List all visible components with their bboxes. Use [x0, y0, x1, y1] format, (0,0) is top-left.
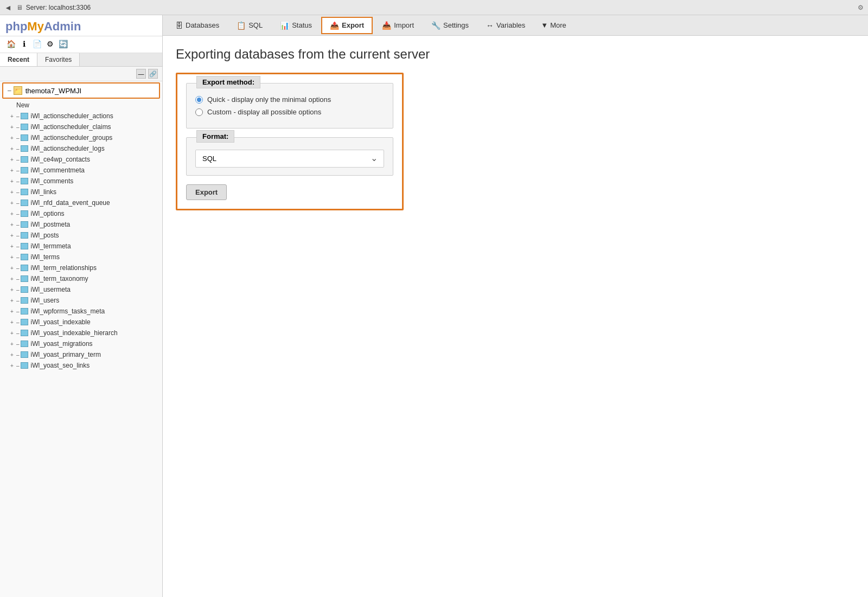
table-item[interactable]: + – iWl_actionscheduler_logs	[0, 143, 162, 154]
docs-icon[interactable]: 📄	[31, 38, 42, 49]
logo-admin: Admin	[44, 20, 81, 33]
expand-icon: +	[9, 113, 15, 119]
tree-dash: –	[16, 157, 20, 163]
home-icon[interactable]: 🏠	[5, 38, 16, 49]
db-folder-icon: 📁	[14, 86, 22, 95]
tab-import[interactable]: 📥 Import	[374, 17, 422, 34]
table-item[interactable]: + – iWl_usermeta	[0, 284, 162, 295]
table-icon	[21, 243, 28, 249]
table-icon	[21, 200, 28, 206]
db-item-themota7[interactable]: – 📁 themota7_WPMJI	[2, 82, 160, 99]
table-name: iWl_actionscheduler_claims	[31, 123, 111, 131]
new-label: New	[16, 101, 29, 109]
tab-export[interactable]: 📤 Export	[321, 17, 373, 34]
expand-icon: +	[9, 319, 15, 325]
table-item[interactable]: + – iWl_yoast_primary_term	[0, 349, 162, 360]
table-item[interactable]: + – iWl_yoast_seo_links	[0, 360, 162, 371]
expand-icon: +	[9, 330, 15, 336]
table-item[interactable]: + – iWl_users	[0, 295, 162, 306]
tree-dash: –	[16, 243, 20, 249]
tab-sql[interactable]: 📋 SQL	[228, 17, 271, 34]
table-icon	[21, 189, 28, 195]
tree-dash: –	[16, 222, 20, 228]
tree-dash: –	[16, 254, 20, 260]
logo-icons-bar: 🏠 ℹ 📄 ⚙ 🔄	[0, 36, 162, 53]
link-button[interactable]: 🔗	[148, 69, 158, 79]
logo-my: My	[27, 20, 44, 33]
expand-icon: +	[9, 210, 15, 217]
table-item[interactable]: + – iWl_actionscheduler_groups	[0, 132, 162, 143]
settings-icon[interactable]: ⚙	[858, 4, 864, 11]
export-button[interactable]: Export	[186, 184, 227, 200]
table-item[interactable]: + – iWl_actionscheduler_actions	[0, 111, 162, 121]
table-icon	[21, 308, 28, 314]
quick-option[interactable]: Quick - display only the minimal options	[195, 95, 384, 104]
refresh-icon[interactable]: 🔄	[58, 38, 68, 49]
table-item[interactable]: + – iWl_links	[0, 187, 162, 197]
main-layout: phpMyAdmin 🏠 ℹ 📄 ⚙ 🔄 Recent Favorites — …	[0, 15, 868, 597]
export-method-legend: Export method:	[196, 76, 260, 88]
tab-variables[interactable]: ↔ Variables	[478, 17, 533, 34]
custom-option[interactable]: Custom - display all possible options	[195, 108, 384, 116]
table-item[interactable]: + – iWl_yoast_indexable_hierarch	[0, 328, 162, 338]
table-item[interactable]: + – iWl_options	[0, 208, 162, 219]
table-name: iWl_commentmeta	[31, 166, 85, 174]
variables-tab-label: Variables	[496, 21, 525, 29]
tree-dash: –	[16, 178, 20, 184]
tab-databases[interactable]: 🗄 Databases	[167, 17, 227, 34]
table-item[interactable]: + – iWl_posts	[0, 230, 162, 241]
table-icon	[21, 221, 28, 228]
table-item[interactable]: + – iWl_terms	[0, 252, 162, 262]
tab-more[interactable]: ▼ More	[534, 18, 573, 33]
expand-icon: +	[9, 351, 15, 358]
table-icon	[21, 134, 28, 141]
table-icon	[21, 275, 28, 282]
quick-radio[interactable]	[195, 96, 203, 104]
table-icon	[21, 156, 28, 163]
table-item[interactable]: + – iWl_yoast_migrations	[0, 338, 162, 349]
table-item[interactable]: + – iWl_termmeta	[0, 241, 162, 252]
table-name: iWl_term_relationships	[31, 264, 97, 272]
table-name: iWl_actionscheduler_groups	[31, 134, 113, 142]
table-name: iWl_posts	[31, 232, 59, 239]
table-item[interactable]: + – iWl_yoast_indexable	[0, 317, 162, 328]
table-item[interactable]: + – iWl_actionscheduler_claims	[0, 121, 162, 132]
nav-tabs: 🗄 Databases 📋 SQL 📊 Status 📤 Export 📥 Im…	[163, 15, 868, 36]
tree-dash: –	[16, 168, 20, 174]
table-name: iWl_yoast_indexable_hierarch	[31, 329, 118, 337]
table-item[interactable]: + – iWl_term_relationships	[0, 262, 162, 273]
table-item[interactable]: + – iWl_comments	[0, 176, 162, 187]
tab-status[interactable]: 📊 Status	[272, 17, 320, 34]
format-select[interactable]: SQL CSV Excel JSON XML	[195, 150, 384, 168]
export-method-body: Quick - display only the minimal options…	[187, 89, 393, 128]
table-item[interactable]: + – iWl_postmeta	[0, 219, 162, 230]
custom-radio[interactable]	[195, 108, 203, 116]
info-icon[interactable]: ℹ	[18, 38, 29, 49]
table-icon	[21, 113, 28, 119]
collapse-button[interactable]: —	[136, 69, 146, 79]
config-icon[interactable]: ⚙	[44, 38, 55, 49]
table-icon	[21, 124, 28, 130]
table-item[interactable]: + – iWl_wpforms_tasks_meta	[0, 306, 162, 317]
db-name-label: themota7_WPMJI	[25, 87, 81, 95]
new-item[interactable]: New	[0, 100, 162, 111]
table-name: iWl_yoast_primary_term	[31, 351, 101, 358]
table-item[interactable]: + – iWl_commentmeta	[0, 165, 162, 176]
table-name: iWl_wpforms_tasks_meta	[31, 307, 105, 315]
favorites-tab[interactable]: Favorites	[37, 53, 80, 66]
expand-icon: +	[9, 167, 15, 174]
import-tab-icon: 📥	[382, 21, 391, 30]
recent-tab[interactable]: Recent	[0, 53, 37, 66]
table-icon	[21, 210, 28, 217]
back-button[interactable]: ◄	[4, 3, 12, 12]
sidebar-tree[interactable]: – 📁 themota7_WPMJI New + – iWl_actionsch…	[0, 81, 162, 597]
expand-icon: +	[9, 297, 15, 304]
tab-settings[interactable]: 🔧 Settings	[423, 17, 477, 34]
table-icon	[21, 232, 28, 239]
logo: phpMyAdmin	[5, 20, 81, 34]
table-name: iWl_postmeta	[31, 221, 71, 228]
table-item[interactable]: + – iWl_nfd_data_event_queue	[0, 197, 162, 208]
page-content: Exporting databases from the current ser…	[163, 36, 868, 597]
table-item[interactable]: + – iWl_ce4wp_contacts	[0, 154, 162, 165]
table-item[interactable]: + – iWl_term_taxonomy	[0, 273, 162, 284]
